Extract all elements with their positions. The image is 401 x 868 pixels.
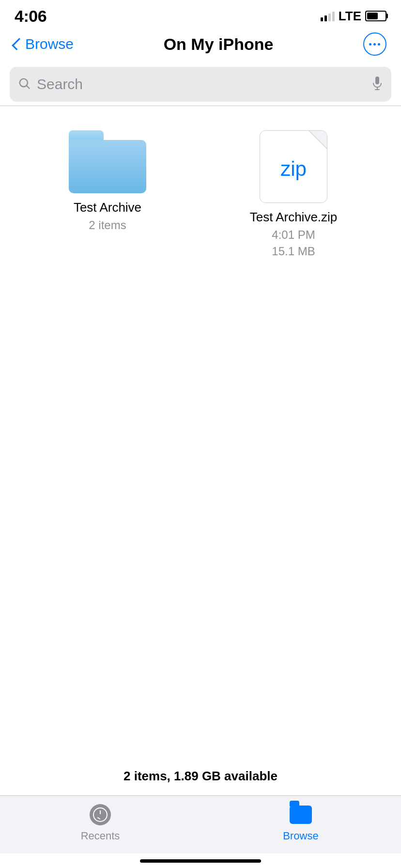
tab-recents-label: Recents	[81, 830, 120, 842]
zip-file-item[interactable]: zip Test Archive.zip 4:01 PM 15.1 MB	[200, 121, 386, 744]
more-options-button[interactable]	[363, 32, 386, 56]
battery-icon	[365, 11, 386, 21]
microphone-icon[interactable]	[371, 77, 384, 92]
tab-browse-label: Browse	[283, 830, 318, 842]
search-bar[interactable]: Search	[10, 67, 391, 102]
svg-line-1	[27, 86, 29, 88]
home-indicator	[0, 853, 401, 868]
bottom-status: 2 items, 1.89 GB available	[0, 759, 401, 795]
search-container: Search	[0, 63, 401, 106]
zip-file-icon: zip	[260, 130, 327, 203]
chevron-left-icon	[12, 38, 24, 50]
recents-icon	[88, 803, 112, 827]
zip-time: 4:01 PM	[272, 228, 315, 241]
search-icon	[17, 77, 31, 92]
signal-bars-icon	[321, 11, 335, 21]
ellipsis-icon	[369, 43, 380, 46]
search-placeholder: Search	[37, 76, 365, 93]
file-grid: Test Archive 2 items zip Test Archive.zi…	[0, 106, 401, 759]
lte-label: LTE	[339, 9, 361, 24]
folder-meta: 2 items	[89, 217, 126, 233]
zip-file-meta: 4:01 PM 15.1 MB	[272, 227, 315, 259]
page-title: On My iPhone	[164, 35, 274, 54]
zip-label: zip	[280, 157, 307, 181]
status-bar: 4:06 LTE	[0, 0, 401, 29]
back-button[interactable]: Browse	[15, 36, 74, 52]
tab-browse[interactable]: Browse	[200, 803, 401, 842]
home-bar	[140, 859, 261, 863]
tab-bar: Recents Browse	[0, 795, 401, 853]
status-icons: LTE	[321, 9, 386, 24]
tab-recents[interactable]: Recents	[0, 803, 200, 842]
status-time: 4:06	[15, 7, 46, 26]
zip-size: 15.1 MB	[272, 245, 315, 258]
folder-name: Test Archive	[74, 200, 141, 215]
folder-item[interactable]: Test Archive 2 items	[15, 121, 200, 744]
nav-bar: Browse On My iPhone	[0, 29, 401, 63]
zip-file-name: Test Archive.zip	[250, 210, 338, 225]
browse-icon	[289, 803, 313, 827]
back-label: Browse	[25, 36, 74, 52]
svg-rect-2	[375, 77, 379, 84]
folder-icon	[69, 130, 146, 193]
